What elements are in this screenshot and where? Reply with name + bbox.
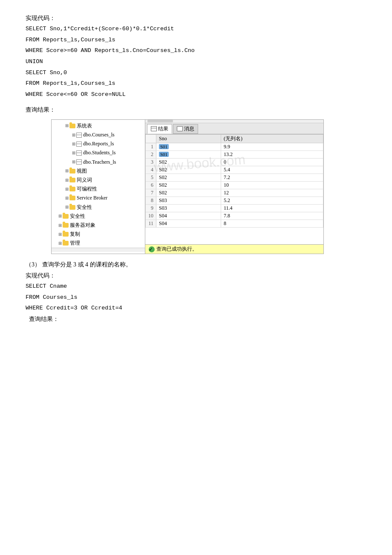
- tree-label-students: dbo.Students_ls: [83, 149, 115, 157]
- row-num-cell: 5: [146, 173, 156, 181]
- section3-code1: SELECT Cname: [26, 281, 366, 292]
- tree-label-server: 服务器对象: [70, 221, 95, 229]
- code-line-6: FROM Reports_ls,Courses_ls: [26, 78, 366, 89]
- tree-item-courses[interactable]: ⊞ dbo.Courses_ls: [52, 130, 145, 139]
- table-row: 5S027.2: [146, 173, 323, 181]
- tree-item-programmability[interactable]: ⊞ 可编程性: [52, 185, 145, 194]
- val-cell: 7.8: [221, 212, 323, 220]
- expand-icon-sec: ⊞: [58, 213, 62, 220]
- val-cell: 5.2: [221, 197, 323, 204]
- val-cell: 12: [221, 189, 323, 197]
- code-line-7: WHERE Score<=60 OR Score=NULL: [26, 89, 366, 100]
- section3: （3） 查询学分是 3 或 4 的课程的名称。 实现代码： SELECT Cna…: [26, 259, 366, 324]
- tree-item-systable[interactable]: ⊞ 系统表: [52, 121, 145, 130]
- expand-icon-repl: ⊞: [58, 231, 62, 238]
- tab-results-label: 结果: [158, 125, 168, 133]
- tree-label-service: Service Broker: [77, 194, 107, 202]
- tree-item-replication[interactable]: ⊞ 复制: [52, 230, 145, 239]
- expand-icon-server: ⊞: [58, 222, 62, 229]
- tab-messages[interactable]: 消息: [173, 124, 198, 134]
- tree-item-teachers[interactable]: ⊞ dbo.Teachers_ls: [52, 158, 145, 167]
- tree-item-views[interactable]: ⊞ 视图: [52, 167, 145, 176]
- val-cell: 5.4: [221, 166, 323, 173]
- result-scroll-area[interactable]: www.book.com Sno (无列名) 1S019.92S0113.23S…: [145, 134, 323, 245]
- val-cell: 8: [221, 220, 323, 227]
- tree-label-sec: 安全性: [70, 212, 85, 220]
- folder-icon-service: [69, 196, 75, 200]
- tree-item-management[interactable]: ⊞ 管理: [52, 239, 145, 248]
- messages-tab-icon: [177, 126, 183, 131]
- folder-icon-synonyms: [69, 178, 75, 182]
- code-line-4: UNION: [26, 56, 366, 67]
- row-num-cell: 8: [146, 197, 156, 204]
- tree-label-systable: 系统表: [77, 122, 92, 130]
- sno-badge: S01: [159, 152, 169, 157]
- row-num-cell: 9: [146, 204, 156, 212]
- table-icon-reports: [76, 142, 82, 147]
- col-header-sno: Sno: [156, 134, 221, 143]
- val-cell: 7.2: [221, 173, 323, 181]
- page-content: 实现代码： SELECT Sno,1*Ccredit+(Score-60)*0.…: [26, 13, 366, 324]
- folder-icon-server: [63, 223, 69, 228]
- sno-cell: S03: [156, 197, 221, 204]
- results-panel: 结果 消息 www.book.com Sno: [145, 120, 323, 254]
- row-num-cell: 3: [146, 158, 156, 166]
- col-header-rownum: [146, 134, 156, 143]
- tree-item-service-broker[interactable]: ⊞ Service Broker: [52, 194, 145, 202]
- sno-cell: S01: [156, 143, 221, 150]
- row-num-cell: 11: [146, 220, 156, 227]
- expand-icon-sec-inner: ⊞: [65, 204, 69, 211]
- tree-label-views: 视图: [77, 167, 87, 175]
- folder-icon-sec-inner: [69, 205, 75, 210]
- tree-label-synonyms: 同义词: [77, 176, 92, 184]
- val-cell: 11.4: [221, 204, 323, 212]
- section3-intro: （3） 查询学分是 3 或 4 的课程的名称。: [26, 259, 366, 270]
- row-num-cell: 10: [146, 212, 156, 220]
- tab-messages-label: 消息: [184, 125, 194, 133]
- tree-scrollbar[interactable]: [52, 248, 145, 252]
- expand-icon: ⊞: [65, 122, 69, 129]
- sno-cell: S04: [156, 212, 221, 220]
- expand-icon-teachers: ⊞: [72, 159, 75, 165]
- folder-icon-mgmt: [63, 241, 69, 246]
- table-row: 11S048: [146, 220, 323, 227]
- sno-cell: S02: [156, 181, 221, 189]
- val-cell: 10: [221, 181, 323, 189]
- tree-item-students[interactable]: ⊞ dbo.Students_ls: [52, 148, 145, 157]
- tree-item-server-objects[interactable]: ⊞ 服务器对象: [52, 221, 145, 230]
- folder-icon-sec: [63, 214, 69, 219]
- table-row: 4S025.4: [146, 166, 323, 173]
- tree-label-mgmt: 管理: [70, 239, 80, 247]
- tree-label-prog: 可编程性: [77, 185, 97, 193]
- sno-cell: S02: [156, 158, 221, 166]
- tree-item-security[interactable]: ⊞ 安全性: [52, 212, 145, 221]
- folder-icon-prog: [69, 187, 75, 191]
- code-line-1: SELECT Sno,1*Ccredit+(Score-60)*0.1*Ccre…: [26, 23, 366, 35]
- tab-results[interactable]: 结果: [147, 124, 172, 134]
- folder-icon-systable: [69, 124, 75, 128]
- sno-cell: S01: [156, 150, 221, 158]
- tree-label-repl: 复制: [70, 230, 80, 238]
- tree-label-sec-inner: 安全性: [77, 203, 92, 211]
- val-cell: 13.2: [221, 150, 323, 158]
- sno-cell: S02: [156, 173, 221, 181]
- table-row: 8S035.2: [146, 197, 323, 204]
- scrollbar-thumb: [147, 120, 173, 122]
- top-scrollbar[interactable]: [145, 120, 323, 123]
- tree-label-reports: dbo.Reports_ls: [83, 140, 114, 148]
- status-text: 查询已成功执行。: [156, 246, 197, 253]
- tree-item-reports[interactable]: ⊞ dbo.Reports_ls: [52, 139, 145, 148]
- sno-badge: S01: [159, 144, 169, 149]
- folder-icon-views: [69, 169, 75, 173]
- code-line-5: SELECT Sno,0: [26, 67, 366, 78]
- row-num-cell: 4: [146, 166, 156, 173]
- results-tab-icon: [151, 126, 157, 131]
- tree-item-security-inner[interactable]: ⊞ 安全性: [52, 203, 145, 212]
- tree-item-synonyms[interactable]: ⊞ 同义词: [52, 176, 145, 185]
- label-query-result: 查询结果：: [26, 104, 366, 115]
- query-result-container: ⊞ 系统表 ⊞ dbo.Courses_ls ⊞ dbo.Reports_ls …: [51, 119, 324, 254]
- section3-code2: FROM Courses_ls: [26, 292, 366, 303]
- val-cell: 0: [221, 158, 323, 166]
- code-section: 实现代码： SELECT Sno,1*Ccredit+(Score-60)*0.…: [26, 13, 366, 100]
- code-line-3: WHERE Score>=60 AND Reports_ls.Cno=Cours…: [26, 45, 366, 56]
